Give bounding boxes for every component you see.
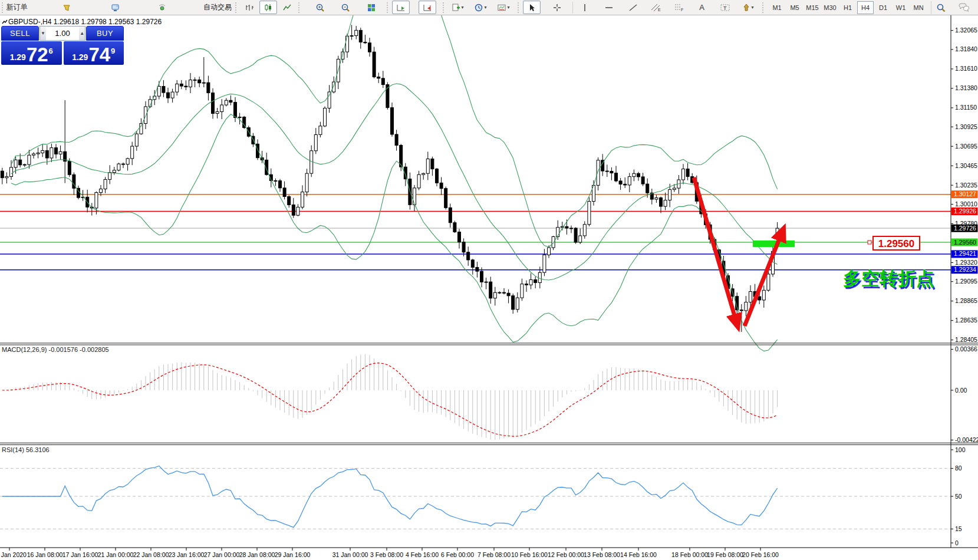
sell-button[interactable]: SELL <box>1 26 39 41</box>
svg-text:13 Feb 08:00: 13 Feb 08:00 <box>584 551 620 558</box>
new-order-button[interactable]: 新订单 <box>7 1 27 14</box>
signals-icon[interactable] <box>153 1 171 14</box>
svg-text:1.31610: 1.31610 <box>955 65 977 72</box>
svg-text:1.28635: 1.28635 <box>955 317 977 324</box>
horizontal-level-lines[interactable] <box>0 195 951 270</box>
red-arrow-down[interactable] <box>694 177 737 324</box>
panel-separators[interactable] <box>0 15 978 548</box>
arrows-tool-icon[interactable]: ▾ <box>739 1 757 14</box>
svg-text:T: T <box>723 5 727 11</box>
svg-text:27 Jan 00:00: 27 Jan 00:00 <box>204 551 240 558</box>
fibonacci-icon[interactable]: F <box>670 1 688 14</box>
text-label-icon[interactable]: T <box>716 1 734 14</box>
timeframe-w1[interactable]: W1 <box>893 1 909 14</box>
price-chart[interactable]: 1.29560多空转折点多空转折点MACD(12,26,9) -0.001576… <box>0 15 978 560</box>
svg-text:15 Jan 2020: 15 Jan 2020 <box>0 551 27 558</box>
volume-decrease-button[interactable]: ▼ <box>40 27 46 40</box>
svg-text:1.29560: 1.29560 <box>954 239 976 246</box>
svg-text:17 Jan 16:00: 17 Jan 16:00 <box>62 551 98 558</box>
crosshair-icon[interactable] <box>548 1 566 14</box>
svg-text:20 Feb 16:00: 20 Feb 16:00 <box>742 551 779 558</box>
dropdown-arrow-icon: ▾ <box>508 5 510 10</box>
buy-button[interactable]: BUY <box>86 26 124 41</box>
svg-text:1.31840: 1.31840 <box>955 45 977 52</box>
terminal-icon[interactable] <box>107 1 124 14</box>
svg-text:1.29234: 1.29234 <box>954 266 976 273</box>
history-center-icon[interactable] <box>58 1 75 14</box>
timeframe-mn[interactable]: MN <box>910 1 927 14</box>
zoom-in-icon[interactable] <box>312 1 330 14</box>
autotrading-button[interactable]: 自动交易 <box>200 1 233 14</box>
tile-windows-icon[interactable] <box>363 1 380 14</box>
timeframe-group: M1M5M15M30H1H4D1W1MN <box>768 1 931 14</box>
svg-text:28 Jan 08:00: 28 Jan 08:00 <box>239 551 275 558</box>
svg-text:80: 80 <box>955 465 962 472</box>
svg-text:4 Feb 16:00: 4 Feb 16:00 <box>406 551 439 558</box>
bar-chart-icon[interactable] <box>241 1 258 14</box>
price-axis[interactable]: 1.320651.318401.316101.313801.311501.309… <box>951 27 978 546</box>
vertical-line-icon[interactable] <box>576 1 594 14</box>
dropdown-arrow-icon: ▾ <box>462 5 464 10</box>
horizontal-line-icon[interactable] <box>600 1 618 14</box>
svg-text:1.29726: 1.29726 <box>954 225 976 232</box>
sell-price-sup: 6 <box>49 47 53 55</box>
svg-text:1.28405: 1.28405 <box>955 336 977 343</box>
chart-annotations[interactable]: 1.29560多空转折点多空转折点 <box>694 177 936 326</box>
toolbar-grip[interactable] <box>2 2 5 13</box>
timeframe-m1[interactable]: M1 <box>769 1 785 14</box>
search-icon[interactable] <box>932 1 950 14</box>
time-axis[interactable]: 15 Jan 202016 Jan 08:0017 Jan 16:0021 Ja… <box>0 548 779 558</box>
svg-text:22 Jan 08:00: 22 Jan 08:00 <box>133 551 169 558</box>
timeframe-m15[interactable]: M15 <box>804 1 821 14</box>
svg-text:19 Feb 08:00: 19 Feb 08:00 <box>707 551 743 558</box>
svg-text:1.30465: 1.30465 <box>955 162 977 169</box>
macd-panel: MACD(12,26,9) -0.001576 -0.002805 <box>2 346 778 440</box>
svg-text:12 Feb 00:00: 12 Feb 00:00 <box>548 551 584 558</box>
equidistant-channel-icon[interactable]: E <box>647 1 665 14</box>
trendline-icon[interactable] <box>624 1 642 14</box>
timeframe-h4[interactable]: H4 <box>857 1 874 14</box>
candlestick-chart-icon[interactable] <box>259 1 277 14</box>
timeframe-d1[interactable]: D1 <box>875 1 891 14</box>
timeframe-m5[interactable]: M5 <box>786 1 803 14</box>
zoom-out-icon[interactable] <box>337 1 355 14</box>
svg-text:1.29421: 1.29421 <box>954 250 976 257</box>
chart-symbol-icon <box>2 19 8 25</box>
buy-price-button[interactable]: 1.29 74 9 <box>64 41 124 65</box>
svg-text:1.28865: 1.28865 <box>955 297 977 304</box>
sell-price-button[interactable]: 1.29 72 6 <box>1 41 62 65</box>
svg-text:1.29095: 1.29095 <box>955 278 977 285</box>
svg-text:6 Feb 00:00: 6 Feb 00:00 <box>441 551 474 558</box>
rsi-panel: RSI(14) 56.3106 <box>0 446 951 529</box>
level-callout-text: 1.29560 <box>878 238 914 249</box>
chart-title: GBPUSD-,H4 1.29618 1.29798 1.29563 1.297… <box>8 18 162 26</box>
pivot-annotation-text[interactable]: 多空转折点 <box>843 268 934 289</box>
buy-price-big: 74 <box>88 46 110 64</box>
cursor-icon[interactable] <box>523 1 541 14</box>
auto-scroll-icon[interactable] <box>392 1 410 14</box>
chart-shift-icon[interactable] <box>419 1 436 14</box>
volume-input[interactable] <box>46 27 80 40</box>
support-zone-rect[interactable] <box>753 241 795 247</box>
new-template-icon[interactable]: ▾ <box>449 1 466 14</box>
buy-price-small: 1.29 <box>72 52 88 62</box>
bollinger-bands <box>11 15 778 351</box>
svg-text:1.32065: 1.32065 <box>955 27 977 34</box>
volume-increase-button[interactable]: ▲ <box>79 27 85 40</box>
timeframe-m30[interactable]: M30 <box>822 1 838 14</box>
macd-label: MACD(12,26,9) -0.001576 -0.002805 <box>2 346 109 353</box>
svg-text:1.31380: 1.31380 <box>955 84 977 91</box>
text-tool-icon[interactable]: A <box>693 1 711 14</box>
chart-window[interactable]: GBPUSD-,H4 1.29618 1.29798 1.29563 1.297… <box>0 15 978 560</box>
svg-text:29 Jan 16:00: 29 Jan 16:00 <box>275 551 311 558</box>
period-clock-icon[interactable]: ▾ <box>472 1 489 14</box>
volume-stepper: ▼ ▲ <box>39 26 85 41</box>
svg-text:E: E <box>658 8 661 12</box>
timeframe-h1[interactable]: H1 <box>839 1 856 14</box>
chat-icon[interactable] <box>955 1 973 14</box>
level-anchor-handle[interactable] <box>868 241 871 244</box>
indicators-icon[interactable]: ▾ <box>495 1 512 14</box>
line-chart-icon[interactable] <box>278 1 296 14</box>
buy-price-sup: 9 <box>111 47 115 55</box>
svg-text:10 Feb 16:00: 10 Feb 16:00 <box>511 551 548 558</box>
